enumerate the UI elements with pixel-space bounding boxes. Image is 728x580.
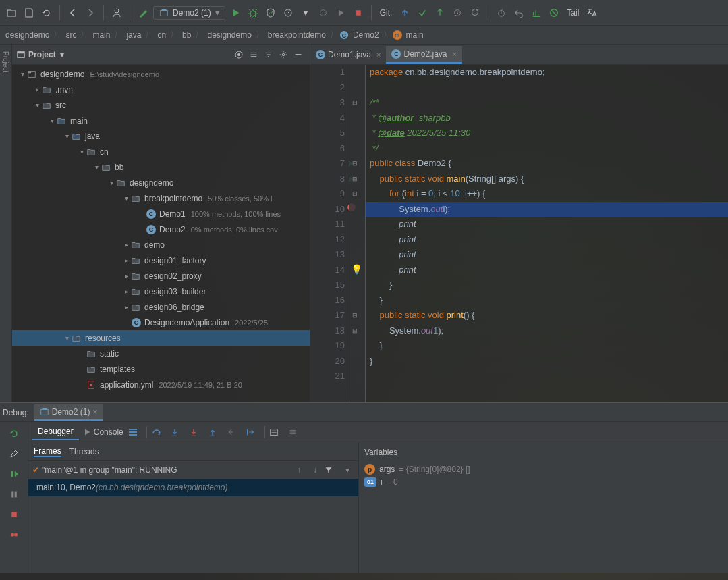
git-commit-icon[interactable]: [415, 5, 430, 20]
frames-tab[interactable]: Frames: [34, 446, 61, 457]
filter-icon[interactable]: [325, 466, 338, 474]
step-into-icon[interactable]: [170, 427, 185, 438]
hammer-icon[interactable]: [136, 5, 150, 20]
rerun-icon[interactable]: [7, 426, 22, 441]
profile-icon[interactable]: [109, 5, 124, 20]
tree-item[interactable]: ▸design06_bridge: [12, 299, 310, 315]
git-history-icon[interactable]: [450, 5, 465, 20]
prev-frame-icon[interactable]: ↑: [292, 465, 306, 475]
drop-frame-icon[interactable]: [227, 427, 242, 437]
tree-item[interactable]: templates: [12, 361, 310, 377]
git-update-icon[interactable]: [397, 5, 412, 20]
threads-tab[interactable]: Threads: [69, 447, 99, 456]
tree-root[interactable]: ▾ designdemo E:\study\designdemo: [12, 66, 310, 82]
debug-icon[interactable]: [246, 5, 260, 20]
tree-item[interactable]: CDemo1100% methods, 100% lines: [12, 206, 310, 221]
project-view-dropdown-icon[interactable]: ▾: [60, 50, 64, 59]
close-tab-icon[interactable]: ×: [376, 51, 381, 59]
variable-row[interactable]: p args = {String[0]@802} []: [364, 463, 723, 476]
variable-row[interactable]: 01 i = 0: [364, 476, 723, 488]
expand-all-icon[interactable]: [246, 47, 261, 62]
console-tab[interactable]: Console: [83, 427, 123, 437]
tree-item[interactable]: ▸demo: [12, 237, 310, 253]
chart-icon[interactable]: [529, 5, 544, 20]
tree-item[interactable]: CDesigndemoApplication2022/5/25: [12, 315, 310, 330]
editor-tab-demo1[interactable]: C Demo1.java ×: [310, 47, 386, 64]
fold-gutter[interactable]: ⊟⊟⊟⊟💡⊟⊟: [349, 65, 366, 402]
tree-item[interactable]: ▾java: [12, 128, 310, 144]
thread-selector[interactable]: ✔ "main"@1 in group "main": RUNNING ↑ ↓ …: [28, 461, 358, 479]
debug-session-tab[interactable]: Demo2 (1) ×: [34, 404, 103, 421]
step-over-icon[interactable]: [151, 427, 166, 438]
force-step-into-icon[interactable]: [189, 427, 204, 438]
git-push-icon[interactable]: [432, 5, 447, 20]
step-out-icon[interactable]: [208, 427, 223, 438]
save-all-icon[interactable]: [22, 5, 36, 20]
collapse-all-icon[interactable]: [261, 47, 276, 62]
tree-item[interactable]: ▸design01_factory: [12, 253, 310, 268]
stop-icon[interactable]: [351, 5, 366, 20]
breadcrumb-item[interactable]: designdemo: [3, 29, 52, 41]
breadcrumb-item[interactable]: designdemo: [204, 29, 254, 41]
tree-item[interactable]: ▾resources: [12, 330, 310, 346]
select-opened-icon[interactable]: [231, 47, 246, 62]
pause-icon[interactable]: [7, 487, 22, 502]
side-tool-stripe[interactable]: Project: [0, 45, 12, 402]
run-to-cursor-icon[interactable]: [246, 427, 260, 437]
breadcrumb-item[interactable]: src: [63, 29, 79, 41]
tree-item[interactable]: CDemo20% methods, 0% lines cov: [12, 221, 310, 237]
stopwatch-icon[interactable]: [494, 5, 509, 20]
tree-item[interactable]: ▾main: [12, 113, 310, 128]
settings-gear-icon[interactable]: [276, 47, 291, 62]
more-run-icon[interactable]: [316, 5, 331, 20]
back-icon[interactable]: [65, 5, 80, 20]
view-breakpoints-icon[interactable]: [7, 527, 22, 542]
breadcrumb-item[interactable]: java: [123, 29, 144, 41]
dropdown-icon[interactable]: ▾: [341, 465, 354, 475]
close-tab-icon[interactable]: ×: [453, 50, 457, 58]
tree-item[interactable]: ▸design02_proxy: [12, 268, 310, 284]
refresh-icon[interactable]: [39, 5, 54, 20]
breadcrumb-item[interactable]: breakpointdemo: [265, 29, 329, 41]
run-icon[interactable]: [228, 5, 243, 20]
tree-item[interactable]: ▸.mvn: [12, 82, 310, 97]
open-icon[interactable]: [4, 5, 19, 20]
trace-icon[interactable]: [288, 427, 303, 437]
profiler-icon[interactable]: [281, 5, 296, 20]
modify-run-icon[interactable]: [7, 446, 22, 461]
breadcrumb-item[interactable]: bb: [179, 29, 194, 41]
hide-icon[interactable]: [291, 47, 306, 62]
tree-item[interactable]: ▾bb: [12, 159, 310, 175]
evaluate-icon[interactable]: [269, 427, 284, 437]
git-rollback-icon[interactable]: [468, 5, 482, 20]
debugger-tab[interactable]: Debugger: [32, 424, 79, 440]
run-configuration-selector[interactable]: Demo2 (1) ▾: [153, 6, 225, 20]
stop-debug-icon[interactable]: [7, 507, 22, 522]
next-frame-icon[interactable]: ↓: [308, 465, 322, 475]
tail-label[interactable]: Tail: [567, 8, 579, 18]
breadcrumb-item[interactable]: cn: [155, 29, 169, 41]
thread-dump-icon[interactable]: [128, 427, 142, 438]
forward-icon[interactable]: [83, 5, 98, 20]
tree-item[interactable]: ▾breakpointdemo50% classes, 50% l: [12, 190, 310, 206]
tree-item[interactable]: application.yml2022/5/19 11:49, 21 B 20: [12, 377, 310, 392]
run-next-icon[interactable]: [333, 5, 348, 20]
attach-icon[interactable]: ▾: [298, 5, 313, 20]
line-number-gutter[interactable]: 1234567▶8▶9101112131415161718192021: [310, 65, 349, 402]
coverage-icon[interactable]: [263, 5, 278, 20]
breadcrumb-class[interactable]: Demo2: [350, 29, 382, 41]
tree-item[interactable]: ▾designdemo: [12, 175, 310, 190]
breadcrumb-item[interactable]: main: [90, 29, 113, 41]
code-editor[interactable]: 1234567▶8▶9101112131415161718192021 ⊟⊟⊟⊟…: [310, 65, 728, 402]
stack-frame-row[interactable]: main:10, Demo2 (cn.bb.designdemo.breakpo…: [28, 479, 358, 496]
block-icon[interactable]: [547, 5, 561, 20]
tree-item[interactable]: ▸design03_builder: [12, 284, 310, 299]
tree-item[interactable]: static: [12, 346, 310, 361]
translate-icon[interactable]: [584, 5, 599, 20]
undo-icon[interactable]: [511, 5, 526, 20]
breadcrumb-method[interactable]: main: [403, 29, 426, 41]
editor-tab-demo2[interactable]: C Demo2.java ×: [386, 46, 461, 64]
project-tree[interactable]: ▾ designdemo E:\study\designdemo ▸.mvn▾s…: [12, 65, 310, 402]
tree-item[interactable]: ▾cn: [12, 144, 310, 159]
resume-icon[interactable]: [7, 467, 22, 481]
